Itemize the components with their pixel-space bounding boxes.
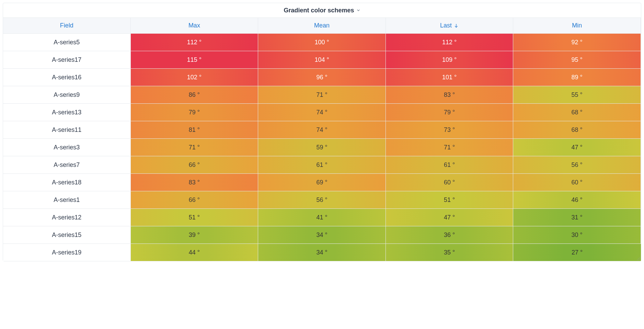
value-label: 92 °	[572, 39, 583, 46]
value-cell: 73 °	[386, 121, 514, 138]
value-label: 60 °	[444, 179, 455, 186]
field-label: A-series7	[54, 161, 80, 169]
column-header-min[interactable]: Min	[513, 18, 641, 33]
chevron-down-icon	[356, 8, 360, 12]
value-label: 115 °	[187, 56, 202, 64]
value-cell: 79 °	[131, 103, 258, 121]
value-label: 73 °	[444, 126, 455, 134]
value-label: 71 °	[316, 91, 327, 99]
value-cell: 27 °	[513, 243, 641, 261]
value-cell: 61 °	[258, 156, 386, 173]
field-cell[interactable]: A-series5	[3, 33, 131, 51]
value-label: 79 °	[189, 109, 200, 116]
value-cell: 89 °	[513, 68, 641, 86]
value-cell: 86 °	[131, 86, 258, 103]
field-label: A-series18	[52, 179, 81, 186]
field-cell[interactable]: A-series11	[3, 121, 131, 138]
value-cell: 102 °	[131, 68, 258, 86]
column-header-label: Min	[572, 22, 582, 29]
value-cell: 51 °	[131, 208, 258, 226]
value-cell: 69 °	[258, 173, 386, 191]
value-cell: 81 °	[131, 121, 258, 138]
field-label: A-series11	[52, 126, 81, 134]
value-label: 56 °	[572, 161, 583, 169]
value-label: 34 °	[316, 249, 327, 256]
field-cell[interactable]: A-series3	[3, 138, 131, 156]
value-cell: 79 °	[386, 103, 514, 121]
value-label: 95 °	[572, 56, 583, 64]
value-cell: 47 °	[513, 138, 641, 156]
field-label: A-series9	[54, 91, 80, 99]
value-label: 51 °	[189, 214, 200, 221]
field-label: A-series13	[52, 109, 81, 116]
value-cell: 60 °	[513, 173, 641, 191]
value-label: 59 °	[316, 144, 327, 151]
value-label: 55 °	[572, 91, 583, 99]
value-cell: 41 °	[258, 208, 386, 226]
column-header-label: Field	[60, 22, 73, 29]
panel-title[interactable]: Gradient color schemes	[3, 3, 641, 18]
column-header-max[interactable]: Max	[131, 18, 258, 33]
value-label: 69 °	[316, 179, 327, 186]
value-label: 74 °	[316, 109, 327, 116]
field-label: A-series15	[52, 231, 81, 239]
field-label: A-series3	[54, 144, 80, 151]
value-label: 71 °	[189, 144, 200, 151]
value-cell: 39 °	[131, 226, 258, 243]
value-cell: 66 °	[131, 156, 258, 173]
value-label: 71 °	[444, 144, 455, 151]
field-cell[interactable]: A-series15	[3, 226, 131, 243]
value-label: 96 °	[316, 74, 327, 81]
value-label: 41 °	[316, 214, 327, 221]
value-cell: 56 °	[258, 191, 386, 208]
column-header-field[interactable]: Field	[3, 18, 131, 33]
value-label: 83 °	[444, 91, 455, 99]
field-cell[interactable]: A-series16	[3, 68, 131, 86]
value-cell: 71 °	[131, 138, 258, 156]
field-cell[interactable]: A-series7	[3, 156, 131, 173]
field-cell[interactable]: A-series19	[3, 243, 131, 261]
value-cell: 55 °	[513, 86, 641, 103]
data-table: FieldMaxMeanLastMinA-series5112 °100 °11…	[3, 18, 641, 261]
value-cell: 71 °	[258, 86, 386, 103]
value-cell: 61 °	[386, 156, 514, 173]
value-cell: 44 °	[131, 243, 258, 261]
value-label: 44 °	[189, 249, 200, 256]
value-cell: 36 °	[386, 226, 514, 243]
field-cell[interactable]: A-series17	[3, 51, 131, 68]
value-label: 112 °	[187, 39, 202, 46]
value-cell: 100 °	[258, 33, 386, 51]
value-label: 46 °	[572, 196, 583, 204]
value-cell: 96 °	[258, 68, 386, 86]
resize-handle-icon[interactable]	[637, 257, 640, 260]
value-label: 39 °	[189, 231, 200, 239]
field-cell[interactable]: A-series12	[3, 208, 131, 226]
value-cell: 74 °	[258, 103, 386, 121]
value-cell: 112 °	[131, 33, 258, 51]
value-cell: 31 °	[513, 208, 641, 226]
column-header-label: Max	[188, 22, 200, 29]
value-cell: 66 °	[131, 191, 258, 208]
value-cell: 68 °	[513, 103, 641, 121]
field-label: A-series12	[52, 214, 81, 221]
value-cell: 68 °	[513, 121, 641, 138]
column-header-last[interactable]: Last	[386, 18, 514, 33]
value-cell: 115 °	[131, 51, 258, 68]
value-label: 56 °	[316, 196, 327, 204]
field-cell[interactable]: A-series13	[3, 103, 131, 121]
field-cell[interactable]: A-series9	[3, 86, 131, 103]
value-label: 61 °	[316, 161, 327, 169]
field-cell[interactable]: A-series18	[3, 173, 131, 191]
value-label: 35 °	[444, 249, 455, 256]
field-label: A-series5	[54, 39, 80, 46]
value-label: 36 °	[444, 231, 455, 239]
value-label: 100 °	[314, 39, 329, 46]
column-header-mean[interactable]: Mean	[258, 18, 386, 33]
value-label: 79 °	[444, 109, 455, 116]
value-cell: 74 °	[258, 121, 386, 138]
value-cell: 51 °	[386, 191, 514, 208]
value-cell: 92 °	[513, 33, 641, 51]
column-header-label: Mean	[314, 22, 330, 29]
value-label: 74 °	[316, 126, 327, 134]
field-cell[interactable]: A-series1	[3, 191, 131, 208]
